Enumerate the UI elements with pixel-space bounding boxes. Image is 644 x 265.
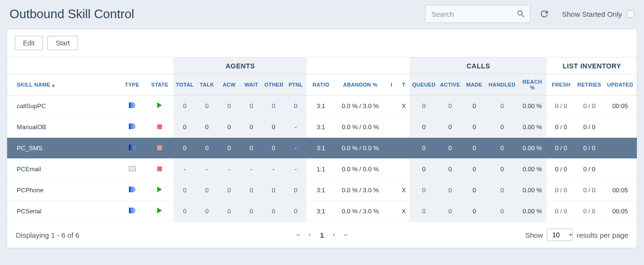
start-button[interactable]: Start — [47, 36, 78, 50]
cell-i — [386, 159, 398, 180]
sort-asc-icon: ▲ — [51, 83, 56, 88]
cell-other: 0 — [263, 180, 285, 201]
col-made[interactable]: MADE — [462, 74, 487, 96]
header: Outbound Skill Control Show Started Only — [0, 0, 644, 29]
table-row[interactable]: PC_SMS00000-3:10.0 % / 0.0 %00000.00 %0 … — [7, 138, 637, 159]
cell-updated: 00:05 — [603, 96, 637, 117]
next-page-icon[interactable] — [332, 232, 337, 238]
cell-made: 0 — [462, 201, 487, 222]
search-input[interactable] — [425, 5, 530, 23]
refresh-icon[interactable] — [539, 9, 550, 19]
footer: Displaying 1 - 6 of 6 1 Show 10 results … — [7, 222, 637, 248]
cell-other: 0 — [263, 117, 285, 138]
show-started-only-checkbox[interactable] — [627, 10, 634, 18]
cell-made: 0 — [462, 117, 487, 138]
cell-total: 0 — [173, 138, 196, 159]
cell-state — [146, 180, 174, 201]
cell-state — [146, 96, 174, 117]
cell-made: 0 — [462, 159, 487, 180]
cell-total: 0 — [173, 117, 196, 138]
col-updated[interactable]: UPDATED — [603, 74, 637, 96]
cell-total: 0 — [173, 201, 196, 222]
first-page-icon[interactable] — [295, 232, 301, 238]
cell-fresh: 0 / 0 — [547, 180, 575, 201]
col-i[interactable]: I — [386, 74, 398, 96]
col-retries[interactable]: RETRIES — [575, 74, 603, 96]
show-label: Show — [525, 231, 543, 239]
col-wait[interactable]: WAIT — [240, 74, 262, 96]
cell-reach: 0.00 % — [518, 138, 547, 159]
phone-icon — [129, 187, 136, 192]
group-calls: CALLS — [410, 57, 547, 74]
table-row[interactable]: PCPhone0000003:10.0 % / 3.0 %X00000.00 %… — [7, 180, 637, 201]
col-acw[interactable]: ACW — [218, 74, 240, 96]
cell-updated — [603, 117, 637, 138]
cell-handled: 0 — [486, 138, 518, 159]
cell-fresh: 0 / 0 — [547, 117, 575, 138]
cell-ratio: 3:1 — [307, 201, 335, 222]
page-size-select[interactable]: 10 — [547, 229, 573, 241]
cell-retries: 0 / 0 — [575, 180, 603, 201]
col-active[interactable]: ACTIVE — [438, 74, 462, 96]
cell-talk: 0 — [196, 138, 218, 159]
cell-updated — [603, 138, 637, 159]
cell-ratio: 1:1 — [307, 159, 335, 180]
cell-i — [386, 117, 398, 138]
col-type[interactable]: TYPE — [118, 74, 146, 96]
cell-type — [118, 138, 146, 159]
cell-talk: - — [196, 159, 218, 180]
cell-retries: 0 / 0 — [575, 96, 603, 117]
cell-reach: 0.00 % — [518, 180, 547, 201]
col-handled[interactable]: HANDLED — [486, 74, 518, 96]
cell-t: X — [398, 96, 410, 117]
cell-state — [146, 117, 174, 138]
cell-other: 0 — [263, 201, 285, 222]
cell-state — [146, 159, 174, 180]
cell-type — [118, 180, 146, 201]
cell-updated: 00:05 — [603, 201, 637, 222]
email-icon — [129, 166, 136, 171]
col-reach[interactable]: REACH % — [518, 74, 547, 96]
col-talk[interactable]: TALK — [196, 74, 218, 96]
col-fresh[interactable]: FRESH — [547, 74, 575, 96]
cell-name: ManualOB — [7, 117, 118, 138]
col-ptnl[interactable]: PTNL — [285, 74, 307, 96]
cell-other: 0 — [263, 138, 285, 159]
prev-page-icon[interactable] — [307, 232, 312, 238]
table-row[interactable]: callSupPC0000003:10.0 % / 3.0 %X00000.00… — [7, 96, 637, 117]
cell-acw: 0 — [218, 138, 240, 159]
cell-active: 0 — [438, 159, 462, 180]
col-skill-name[interactable]: SKILL NAME▲ — [7, 74, 118, 96]
table-row[interactable]: ManualOB00000-3:10.0 % / 0.0 %00000.00 %… — [7, 117, 637, 138]
col-state[interactable]: STATE — [146, 74, 174, 96]
cell-t — [398, 159, 410, 180]
cell-ptnl: 0 — [285, 201, 307, 222]
stop-icon — [157, 145, 162, 150]
col-abandon[interactable]: ABANDON % — [335, 74, 385, 96]
table-row[interactable]: PCEmail------1:10.0 % / 0.0 %00000.00 %0… — [7, 159, 637, 180]
table-row[interactable]: PCSerial0000003:10.0 % / 3.0 %X00000.00 … — [7, 201, 637, 222]
cell-other: - — [263, 159, 285, 180]
group-inventory: LIST INVENTORY — [547, 57, 637, 74]
col-queued[interactable]: QUEUED — [410, 74, 438, 96]
search-icon[interactable] — [516, 9, 526, 19]
phone-icon — [129, 208, 136, 213]
cell-acw: 0 — [218, 96, 240, 117]
cell-type — [118, 96, 146, 117]
cell-ratio: 3:1 — [307, 117, 335, 138]
cell-retries: 0 / 0 — [575, 117, 603, 138]
last-page-icon[interactable] — [343, 232, 349, 238]
col-t[interactable]: T — [398, 74, 410, 96]
cell-reach: 0.00 % — [518, 96, 547, 117]
edit-button[interactable]: Edit — [15, 36, 43, 50]
cell-handled: 0 — [486, 117, 518, 138]
search-box — [425, 5, 530, 23]
cell-updated — [603, 159, 637, 180]
cell-type — [118, 159, 146, 180]
cell-i — [386, 96, 398, 117]
cell-active: 0 — [438, 180, 462, 201]
col-total[interactable]: TOTAL — [173, 74, 196, 96]
col-ratio[interactable]: RATIO — [307, 74, 335, 96]
play-icon — [157, 187, 162, 192]
col-other[interactable]: OTHER — [263, 74, 285, 96]
